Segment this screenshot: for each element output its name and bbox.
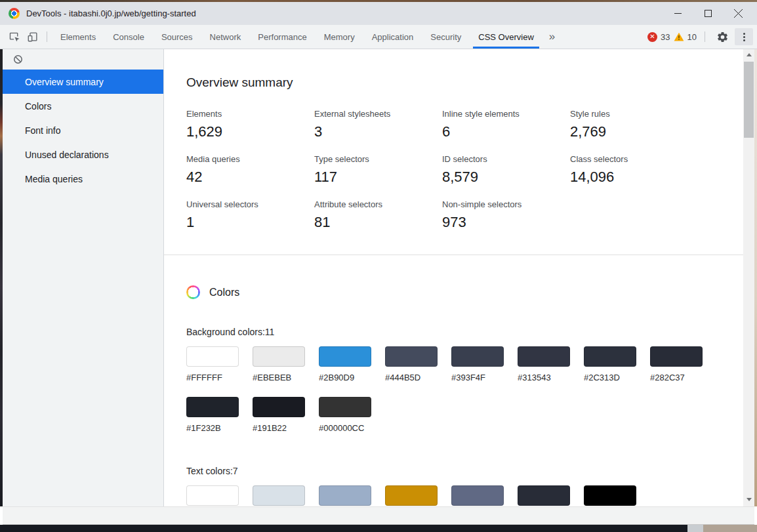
color-swatch-rect[interactable]: [253, 346, 305, 367]
more-tabs-button[interactable]: »: [542, 30, 562, 43]
color-swatch-rect[interactable]: [451, 346, 504, 367]
color-swatch-rect[interactable]: [319, 346, 371, 367]
inspect-element-button[interactable]: [5, 28, 24, 45]
background-colors-row: #FFFFFF #EBEBEB #2B90D9: [186, 346, 718, 433]
tab[interactable]: Console: [104, 25, 153, 49]
stat-label: External stylesheets: [314, 109, 442, 119]
window-title: DevTools - itabashi.0j0.jp/web/getting-s…: [26, 9, 663, 18]
stat-label: Media queries: [186, 154, 314, 164]
stat-card: Elements 1,629: [186, 109, 314, 140]
screen-right-edge: [754, 49, 757, 506]
color-swatch-rect[interactable]: [385, 485, 438, 506]
stat-label: Style rules: [570, 109, 698, 119]
tab[interactable]: Memory: [316, 25, 363, 49]
block-icon: [13, 54, 23, 64]
stat-value: 8,579: [442, 169, 570, 186]
stat-card: Non-simple selectors 973: [442, 199, 570, 231]
scrollbar-thumb[interactable]: [744, 62, 754, 138]
stat-label: Universal selectors: [186, 199, 314, 209]
color-swatch-rect[interactable]: [650, 346, 703, 367]
minimize-icon: [674, 13, 682, 14]
gear-icon: [716, 31, 729, 43]
color-swatch-rect[interactable]: [186, 485, 239, 506]
color-swatch-label: #EBEBEB: [253, 373, 305, 382]
color-swatch: #2C313D: [584, 346, 636, 382]
error-icon: ✕: [647, 32, 657, 42]
tab-label: Elements: [60, 32, 96, 42]
main-menu-button[interactable]: [735, 28, 753, 45]
color-swatch: #191B22: [253, 397, 305, 433]
color-swatch-rect[interactable]: [186, 346, 239, 367]
color-swatch: [518, 485, 570, 506]
color-swatch-label: #1F232B: [186, 423, 239, 433]
toolbar-divider: [47, 31, 47, 42]
warning-badge[interactable]: 10: [674, 32, 697, 42]
css-overview-sidebar: Overview summary Colors Font info Unused…: [3, 49, 164, 506]
color-swatch-rect[interactable]: [584, 485, 636, 506]
sidebar-item[interactable]: Overview summary: [3, 70, 163, 94]
color-swatch: [253, 485, 305, 506]
color-swatch-rect[interactable]: [518, 485, 570, 506]
color-swatch-rect[interactable]: [518, 346, 570, 367]
vertical-scrollbar[interactable]: [743, 49, 754, 506]
inspect-icon: [9, 31, 20, 43]
color-swatch: #2B90D9: [319, 346, 371, 382]
settings-button[interactable]: [713, 28, 731, 45]
sidebar-item-label: Unused declarations: [25, 150, 109, 160]
sidebar-item[interactable]: Unused declarations: [3, 142, 163, 167]
stat-value: 81: [314, 214, 442, 231]
color-swatch-rect[interactable]: [385, 346, 438, 367]
color-swatch-label: #191B22: [253, 423, 305, 433]
color-swatch-rect[interactable]: [253, 397, 305, 417]
color-swatch-rect[interactable]: [319, 397, 371, 417]
sidebar-item[interactable]: Font info: [3, 118, 163, 142]
title-bar: DevTools - itabashi.0j0.jp/web/getting-s…: [0, 2, 757, 25]
stat-label: Type selectors: [314, 154, 442, 164]
css-overview-panel: Overview summary Colors Font info Unused…: [0, 49, 757, 506]
devtools-window: DevTools - itabashi.0j0.jp/web/getting-s…: [0, 0, 757, 532]
color-swatch-rect[interactable]: [253, 485, 305, 506]
stat-card: External stylesheets 3: [314, 109, 442, 140]
color-swatch-rect[interactable]: [584, 346, 636, 367]
error-badge[interactable]: ✕ 33: [647, 32, 670, 42]
devtools-toolbar: Elements Console Sources Network Perform…: [0, 25, 757, 49]
stat-label: Non-simple selectors: [442, 199, 570, 209]
stat-value: 6: [442, 123, 570, 140]
tab[interactable]: Network: [201, 25, 250, 49]
color-swatch-rect[interactable]: [319, 485, 371, 506]
sidebar-item[interactable]: Media queries: [3, 167, 163, 191]
stat-label: Inline style elements: [442, 109, 570, 119]
device-toolbar-button[interactable]: [24, 28, 42, 45]
stat-value: 14,096: [570, 169, 698, 186]
color-swatch-label: #2C313D: [584, 373, 636, 382]
scrollbar-down-arrow[interactable]: [743, 494, 754, 505]
stat-value: 1: [186, 214, 314, 231]
page-title: Overview summary: [186, 75, 743, 90]
tab[interactable]: Performance: [249, 25, 315, 49]
tab[interactable]: Sources: [153, 25, 201, 49]
scrollbar-up-arrow[interactable]: [743, 49, 754, 60]
tab[interactable]: Security: [422, 25, 470, 49]
tab[interactable]: Application: [363, 25, 422, 49]
stat-label: Elements: [186, 109, 314, 119]
maximize-button[interactable]: [693, 2, 723, 25]
color-swatch: [451, 485, 504, 506]
color-swatch: #313543: [518, 346, 570, 382]
screen-bottom-edge: [0, 525, 757, 532]
color-swatch-label: #FFFFFF: [186, 373, 239, 382]
toolbar-divider: [705, 31, 705, 42]
stat-label: ID selectors: [442, 154, 570, 164]
color-swatch-rect[interactable]: [186, 397, 239, 417]
clear-overview-button[interactable]: [9, 51, 27, 68]
stat-label: Class selectors: [570, 154, 698, 164]
minimize-button[interactable]: [663, 2, 693, 25]
close-icon: [734, 9, 743, 18]
tab[interactable]: Elements: [52, 25, 104, 49]
tab[interactable]: CSS Overview: [470, 25, 542, 49]
stats-grid: Elements 1,629 External stylesheets 3 In…: [186, 109, 743, 231]
close-button[interactable]: [723, 2, 753, 25]
color-swatch-rect[interactable]: [451, 485, 504, 506]
stat-card: ID selectors 8,579: [442, 154, 570, 186]
sidebar-item[interactable]: Colors: [3, 94, 163, 118]
warning-icon: [674, 32, 684, 41]
